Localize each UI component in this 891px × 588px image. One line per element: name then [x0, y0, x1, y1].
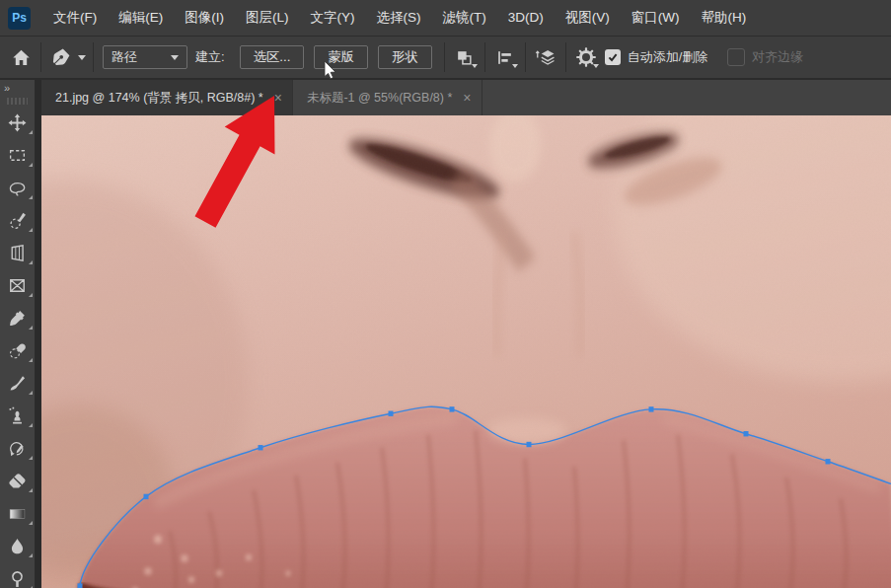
- anchor-point-1[interactable]: [144, 494, 149, 499]
- menu-item-1[interactable]: 编辑(E): [108, 0, 174, 36]
- menu-item-0[interactable]: 文件(F): [42, 0, 108, 36]
- anchor-point-8[interactable]: [826, 459, 831, 464]
- panel-grip-handle[interactable]: [7, 98, 28, 105]
- gradient-tool[interactable]: [0, 497, 35, 530]
- divider: [484, 42, 485, 72]
- quick-selection-tool[interactable]: [0, 204, 35, 237]
- path-arrangement-icon[interactable]: [533, 44, 558, 70]
- brush-tool[interactable]: [0, 367, 35, 400]
- blur-icon: [8, 537, 27, 555]
- divider: [40, 42, 41, 72]
- eyedropper-tool[interactable]: [0, 302, 35, 334]
- menu-item-4[interactable]: 文字(Y): [300, 0, 366, 36]
- align-edges-label: 对齐边缘: [752, 48, 803, 66]
- photo-closeup-lips: [41, 115, 891, 588]
- rectangular-marquee-icon: [8, 146, 27, 165]
- checkbox-unchecked-icon: [727, 48, 745, 66]
- gradient-icon: [8, 504, 27, 523]
- menu-item-3[interactable]: 图层(L): [235, 0, 300, 36]
- menu-item-7[interactable]: 3D(D): [497, 0, 555, 36]
- lasso-icon: [8, 179, 27, 197]
- spot-healing-brush-tool[interactable]: [0, 334, 35, 367]
- anchor-point-6[interactable]: [649, 406, 654, 411]
- tab-title: 未标题-1 @ 55%(RGB/8) *: [307, 90, 452, 107]
- chevron-down-icon: [171, 55, 179, 60]
- auto-add-delete-label[interactable]: 自动添加/删除: [628, 48, 708, 66]
- anchor-point-3[interactable]: [389, 411, 394, 416]
- blur-tool[interactable]: [0, 530, 35, 562]
- move-tool[interactable]: [0, 107, 35, 139]
- dodge-icon: [8, 569, 27, 588]
- perspective-crop-icon: [8, 244, 27, 262]
- lasso-tool[interactable]: [0, 172, 35, 204]
- document-tab-2[interactable]: 未标题-1 @ 55%(RGB/8) *×: [293, 80, 483, 115]
- tool-options-bar: 路径 建立: 选区... 蒙版 形状: [0, 37, 891, 80]
- tool-list: [0, 107, 35, 588]
- menu-item-8[interactable]: 视图(V): [555, 0, 621, 36]
- frame-icon: [8, 276, 27, 295]
- menu-items: 文件(F)编辑(E)图像(I)图层(L)文字(Y)选择(S)滤镜(T)3D(D)…: [42, 0, 757, 36]
- pen-tool-icon[interactable]: [48, 44, 74, 70]
- anchor-point-4[interactable]: [450, 406, 455, 411]
- clone-stamp-tool[interactable]: [0, 400, 35, 432]
- chevron-down-icon[interactable]: [78, 55, 86, 60]
- divider: [525, 42, 526, 72]
- divider: [93, 42, 94, 72]
- eraser-icon: [8, 472, 27, 490]
- divider: [565, 42, 566, 72]
- dodge-tool[interactable]: [0, 562, 35, 588]
- home-icon[interactable]: [8, 44, 34, 70]
- anchor-point-0[interactable]: [78, 583, 83, 588]
- document-tab-1[interactable]: 21.jpg @ 174% (背景 拷贝, RGB/8#) *×: [41, 80, 293, 115]
- tool-mode-dropdown[interactable]: 路径: [103, 45, 187, 69]
- anchor-point-2[interactable]: [259, 445, 263, 450]
- checkbox-checked-icon[interactable]: [605, 49, 621, 65]
- tool-mode-value: 路径: [111, 48, 137, 66]
- eraser-tool[interactable]: [0, 465, 35, 497]
- make-selection-button[interactable]: 选区...: [240, 45, 305, 69]
- history-brush-icon: [8, 439, 27, 458]
- rectangular-marquee-tool[interactable]: [0, 139, 35, 172]
- clone-stamp-icon: [8, 406, 27, 425]
- move-icon: [8, 113, 27, 132]
- make-mask-button[interactable]: 蒙版: [314, 45, 368, 69]
- collapse-panel-chevron[interactable]: »: [0, 80, 35, 94]
- path-operations-icon[interactable]: [452, 44, 478, 70]
- perspective-crop-tool[interactable]: [0, 237, 35, 269]
- document-canvas[interactable]: [41, 115, 891, 588]
- anchor-point-5[interactable]: [527, 442, 532, 447]
- frame-tool[interactable]: [0, 269, 35, 302]
- auto-add-delete-checkbox[interactable]: 自动添加/删除: [605, 48, 708, 66]
- tools-panel: »: [0, 80, 41, 588]
- brush-icon: [8, 374, 27, 393]
- eyedropper-icon: [8, 309, 27, 328]
- gear-icon[interactable]: [573, 44, 599, 70]
- photoshop-logo[interactable]: Ps: [8, 7, 31, 30]
- face-photo: [41, 115, 891, 588]
- spot-healing-brush-icon: [8, 341, 27, 360]
- tab-title: 21.jpg @ 174% (背景 拷贝, RGB/8#) *: [55, 90, 263, 107]
- align-edges-checkbox: 对齐边缘: [727, 48, 803, 66]
- document-tab-bar: 21.jpg @ 174% (背景 拷贝, RGB/8#) *×未标题-1 @ …: [41, 80, 891, 115]
- menu-item-10[interactable]: 帮助(H): [690, 0, 757, 36]
- tab-close-icon[interactable]: ×: [463, 91, 471, 105]
- menu-item-9[interactable]: 窗口(W): [621, 0, 691, 36]
- menu-item-6[interactable]: 滤镜(T): [432, 0, 497, 36]
- make-label: 建立:: [195, 48, 225, 66]
- menu-item-5[interactable]: 选择(S): [366, 0, 432, 36]
- anchor-point-7[interactable]: [744, 431, 749, 436]
- tab-close-icon[interactable]: ×: [274, 91, 282, 105]
- menu-bar: Ps 文件(F)编辑(E)图像(I)图层(L)文字(Y)选择(S)滤镜(T)3D…: [0, 0, 891, 37]
- history-brush-tool[interactable]: [0, 432, 35, 465]
- path-alignment-icon[interactable]: [492, 44, 518, 70]
- make-shape-button[interactable]: 形状: [378, 45, 432, 69]
- quick-selection-icon: [8, 211, 27, 230]
- divider: [444, 42, 445, 72]
- menu-item-2[interactable]: 图像(I): [174, 0, 235, 36]
